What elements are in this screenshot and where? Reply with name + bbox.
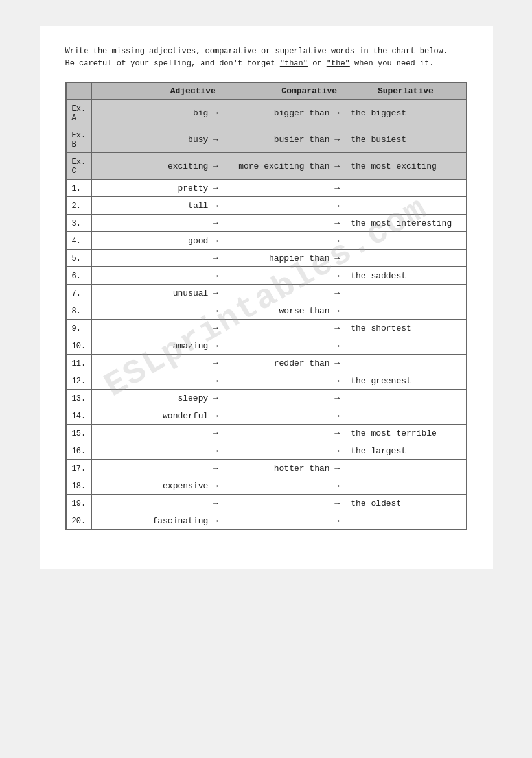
col-adjective-header: Adjective [91, 82, 224, 100]
superlative-cell [345, 232, 467, 250]
comparative-cell: busier than → [224, 126, 345, 153]
instruction-than: "than" [280, 59, 308, 68]
table-row: 10. amazing → → [66, 337, 467, 355]
adjective-cell: → [91, 372, 224, 390]
adjective-cell: good → [91, 232, 224, 250]
table-row: 6. → → the saddest [66, 267, 467, 285]
row-num: 18. [66, 477, 92, 495]
comparative-cell: happier than → [224, 250, 345, 267]
table-row: 15. → → the most terrible [66, 425, 467, 442]
row-num: 4. [66, 232, 92, 250]
comparative-cell: bigger than → [224, 100, 345, 126]
table-row: 12. → → the greenest [66, 372, 467, 390]
superlative-cell: the greenest [345, 372, 467, 390]
comparative-cell: → [224, 425, 345, 442]
adjective-table: Adjective Comparative Superlative Ex. A … [65, 82, 467, 530]
table-row: 11. → redder than → [66, 355, 467, 372]
superlative-cell [345, 355, 467, 372]
comparative-cell: redder than → [224, 355, 345, 372]
comparative-cell: → [224, 337, 345, 355]
table-row: 18. expensive → → [66, 477, 467, 495]
adjective-cell: → [91, 355, 224, 372]
instructions: Write the missing adjectives, comparativ… [65, 45, 467, 70]
superlative-cell [345, 250, 467, 267]
row-num: 1. [66, 180, 92, 197]
comparative-cell: → [224, 215, 345, 232]
superlative-cell [345, 477, 467, 495]
adjective-cell: → [91, 460, 224, 477]
instruction-line1: Write the missing adjectives, comparativ… [65, 47, 448, 56]
adjective-cell: fascinating → [91, 512, 224, 530]
row-num: 3. [66, 215, 92, 232]
row-num: 9. [66, 320, 92, 337]
comparative-cell: → [224, 372, 345, 390]
col-superlative-header: Superlative [345, 82, 467, 100]
superlative-cell [345, 197, 467, 215]
adjective-cell: big → [91, 100, 224, 126]
adjective-cell: → [91, 302, 224, 320]
table-header-row: Adjective Comparative Superlative [66, 82, 467, 100]
comparative-cell: more exciting than → [224, 153, 345, 180]
row-num: 13. [66, 390, 92, 407]
superlative-cell [345, 337, 467, 355]
comparative-cell: → [224, 442, 345, 460]
adjective-cell: exciting → [91, 153, 224, 180]
adjective-cell: → [91, 250, 224, 267]
col-num-header [66, 82, 92, 100]
adjective-cell: → [91, 442, 224, 460]
table-row: 4. good → → [66, 232, 467, 250]
example-row: Ex. B busy → busier than → the busiest [66, 126, 467, 153]
table-row: 20. fascinating → → [66, 512, 467, 530]
comparative-cell: hotter than → [224, 460, 345, 477]
superlative-cell: the most interesting [345, 215, 467, 232]
comparative-cell: → [224, 232, 345, 250]
col-comparative-header: Comparative [224, 82, 345, 100]
table-row: 14. wonderful → → [66, 407, 467, 425]
adjective-cell: → [91, 495, 224, 512]
adjective-cell: → [91, 320, 224, 337]
row-num: 7. [66, 285, 92, 302]
comparative-cell: → [224, 180, 345, 197]
comparative-cell: → [224, 477, 345, 495]
superlative-cell: the most exciting [345, 153, 467, 180]
adjective-cell: sleepy → [91, 390, 224, 407]
table-row: 16. → → the largest [66, 442, 467, 460]
row-num: 16. [66, 442, 92, 460]
table-row: 9. → → the shortest [66, 320, 467, 337]
row-num: 19. [66, 495, 92, 512]
row-num: 5. [66, 250, 92, 267]
comparative-cell: worse than → [224, 302, 345, 320]
row-num: 10. [66, 337, 92, 355]
row-num: 12. [66, 372, 92, 390]
row-num: Ex. A [66, 100, 92, 126]
superlative-cell: the most terrible [345, 425, 467, 442]
row-num: 8. [66, 302, 92, 320]
adjective-cell: → [91, 215, 224, 232]
superlative-cell: the saddest [345, 267, 467, 285]
comparative-cell: → [224, 285, 345, 302]
adjective-cell: expensive → [91, 477, 224, 495]
example-row: Ex. C exciting → more exciting than → th… [66, 153, 467, 180]
row-num: 2. [66, 197, 92, 215]
superlative-cell [345, 390, 467, 407]
table-row: 17. → hotter than → [66, 460, 467, 477]
superlative-cell: the biggest [345, 100, 467, 126]
table-row: 19. → → the oldest [66, 495, 467, 512]
superlative-cell: the busiest [345, 126, 467, 153]
example-row: Ex. A big → bigger than → the biggest [66, 100, 467, 126]
superlative-cell: the largest [345, 442, 467, 460]
instruction-the: "the" [327, 59, 350, 68]
superlative-cell [345, 180, 467, 197]
adjective-cell: busy → [91, 126, 224, 153]
adjective-cell: unusual → [91, 285, 224, 302]
row-num: Ex. B [66, 126, 92, 153]
table-row: 8. → worse than → [66, 302, 467, 320]
comparative-cell: → [224, 267, 345, 285]
row-num: Ex. C [66, 153, 92, 180]
instruction-line2-end: when you need it. [350, 59, 434, 68]
table-row: 13. sleepy → → [66, 390, 467, 407]
instruction-or: or [308, 59, 327, 68]
comparative-cell: → [224, 320, 345, 337]
superlative-cell: the shortest [345, 320, 467, 337]
table-row: 7. unusual → → [66, 285, 467, 302]
